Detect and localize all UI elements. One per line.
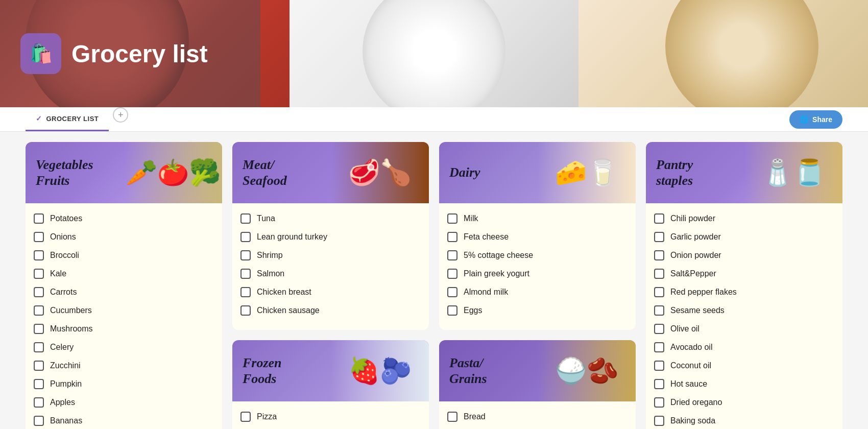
checkbox[interactable]	[34, 324, 44, 334]
checkbox[interactable]	[654, 213, 664, 224]
list-item: Mushrooms	[34, 320, 214, 338]
list-item: Salt&Pepper	[654, 265, 834, 283]
category-vegetables: Vegetables Fruits 🥕🍅🥦 Potatoes Onions Br…	[26, 142, 222, 429]
checkbox[interactable]	[447, 232, 457, 242]
list-item: Chicken sausage	[240, 301, 421, 320]
tab-bar: ✓ GROCERY LIST + 🌐 Share	[0, 107, 868, 132]
checkbox[interactable]	[34, 305, 44, 316]
checkbox[interactable]	[447, 412, 457, 422]
category-image-pantry: 🧂🫙	[744, 142, 843, 203]
category-header-frozen: Frozen Foods 🍓🫐	[232, 340, 429, 401]
header-image-3	[578, 0, 868, 107]
checkbox[interactable]	[654, 379, 664, 389]
checkbox[interactable]	[447, 213, 457, 224]
checkbox[interactable]	[654, 361, 664, 371]
checkbox[interactable]	[654, 324, 664, 334]
list-item: Zucchini	[34, 356, 214, 375]
checkbox[interactable]	[34, 213, 44, 224]
tab-list: ✓ GROCERY LIST +	[26, 107, 128, 131]
checklist-pasta: Bread	[439, 401, 636, 429]
checkbox[interactable]	[34, 342, 44, 352]
list-item: Carrots	[34, 283, 214, 301]
list-item: 5% cottage cheese	[447, 246, 628, 265]
list-item: Pizza	[240, 408, 421, 426]
category-header-dairy: Dairy 🧀🥛	[439, 142, 636, 203]
checkbox[interactable]	[240, 213, 251, 224]
checkbox[interactable]	[240, 287, 251, 297]
checkbox[interactable]	[34, 250, 44, 260]
checklist-pantry: Chili powder Garlic powder Onion powder …	[646, 203, 842, 429]
list-item: Hot sauce	[654, 375, 834, 393]
checklist-meat: Tuna Lean ground turkey Shrimp Salmon Ch…	[232, 203, 429, 326]
list-item: Garlic powder	[654, 228, 834, 246]
checklist-vegetables: Potatoes Onions Broccoli Kale Carrots Cu…	[26, 203, 222, 429]
check-icon: ✓	[36, 114, 42, 123]
list-item: Onion powder	[654, 246, 834, 265]
checkbox[interactable]	[34, 416, 44, 426]
checkbox[interactable]	[240, 250, 251, 260]
list-item: Salmon	[240, 265, 421, 283]
list-item: Almond milk	[447, 283, 628, 301]
checkbox[interactable]	[654, 342, 664, 352]
category-title-pantry: Pantry staples	[646, 149, 703, 196]
category-title-pasta: Pasta/ Grains	[439, 347, 497, 394]
checklist-frozen: Pizza	[232, 401, 429, 429]
header-image-2	[290, 0, 579, 107]
checkbox[interactable]	[654, 397, 664, 408]
share-button[interactable]: 🌐 Share	[789, 110, 842, 129]
list-item: Chicken breast	[240, 283, 421, 301]
list-item: Bread	[447, 408, 628, 426]
checkbox[interactable]	[447, 250, 457, 260]
checkbox[interactable]	[34, 232, 44, 242]
checkbox[interactable]	[654, 269, 664, 279]
checkbox[interactable]	[34, 361, 44, 371]
checkbox[interactable]	[240, 269, 251, 279]
checkbox[interactable]	[34, 397, 44, 408]
list-item: Coconut oil	[654, 356, 834, 375]
category-header-pasta: Pasta/ Grains 🍚🫘	[439, 340, 636, 401]
category-image-frozen: 🍓🫐	[331, 340, 429, 401]
checkbox[interactable]	[447, 287, 457, 297]
checkbox[interactable]	[240, 232, 251, 242]
checkbox[interactable]	[654, 287, 664, 297]
header-background: 🛍️ Grocery list	[0, 0, 868, 107]
main-grid: Vegetables Fruits 🥕🍅🥦 Potatoes Onions Br…	[0, 132, 868, 429]
category-image-dairy: 🧀🥛	[538, 142, 636, 203]
list-item: Celery	[34, 338, 214, 356]
list-item: Red pepper flakes	[654, 283, 834, 301]
category-image-meat: 🥩🍗	[331, 142, 429, 203]
list-item: Pumpkin	[34, 375, 214, 393]
category-image-vegetables: 🥕🍅🥦	[124, 142, 223, 203]
list-item: Apples	[34, 393, 214, 412]
list-item: Baking soda	[654, 412, 834, 429]
list-item: Olive oil	[654, 320, 834, 338]
list-item: Bananas	[34, 412, 214, 429]
checkbox[interactable]	[654, 305, 664, 316]
checkbox[interactable]	[240, 412, 251, 422]
category-frozen: Frozen Foods 🍓🫐 Pizza	[232, 340, 429, 429]
tab-grocery-list[interactable]: ✓ GROCERY LIST	[26, 107, 109, 131]
checkbox[interactable]	[654, 232, 664, 242]
checkbox[interactable]	[240, 305, 251, 316]
checkbox[interactable]	[447, 305, 457, 316]
checkbox[interactable]	[654, 250, 664, 260]
checkbox[interactable]	[654, 416, 664, 426]
checkbox[interactable]	[34, 287, 44, 297]
header-overlay: 🛍️ Grocery list	[0, 0, 260, 107]
list-item: Shrimp	[240, 246, 421, 265]
add-tab-button[interactable]: +	[113, 107, 128, 123]
globe-icon: 🌐	[800, 115, 808, 124]
checkbox[interactable]	[34, 269, 44, 279]
list-item: Sesame seeds	[654, 301, 834, 320]
list-item: Milk	[447, 209, 628, 228]
list-item: Potatoes	[34, 209, 214, 228]
checkbox[interactable]	[447, 269, 457, 279]
list-item: Cucumbers	[34, 301, 214, 320]
checklist-dairy: Milk Feta cheese 5% cottage cheese Plain…	[439, 203, 636, 326]
list-item: Avocado oil	[654, 338, 834, 356]
category-pantry: Pantry staples 🧂🫙 Chili powder Garlic po…	[646, 142, 842, 429]
checkbox[interactable]	[34, 379, 44, 389]
list-item: Lean ground turkey	[240, 228, 421, 246]
page-title: Grocery list	[71, 40, 208, 68]
list-item: Dried oregano	[654, 393, 834, 412]
